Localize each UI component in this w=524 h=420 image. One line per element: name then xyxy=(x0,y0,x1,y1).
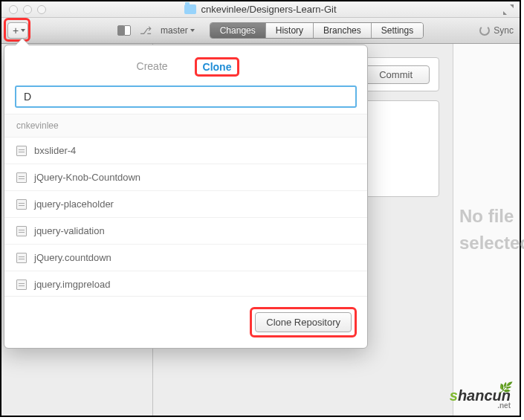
repo-item[interactable]: jQuery-Knob-Countdown xyxy=(4,164,367,191)
window-title: cnkevinlee/Designers-Learn-Git xyxy=(201,4,336,15)
add-repo-button[interactable]: + xyxy=(7,22,28,39)
branch-selector[interactable]: master xyxy=(161,25,195,36)
repo-icon xyxy=(16,280,27,290)
repo-icon xyxy=(16,146,27,156)
fullscreen-icon[interactable] xyxy=(503,4,514,15)
sync-icon xyxy=(479,25,490,36)
repo-list[interactable]: cnkevinlee bxslider-4 jQuery-Knob-Countd… xyxy=(4,114,367,296)
clone-repository-button[interactable]: Clone Repository xyxy=(255,312,352,332)
empty-state-text: No file selected xyxy=(459,203,524,256)
layout-toggle-icon[interactable] xyxy=(117,25,131,36)
toolbar: + ⎇ master Changes History Branches Sett… xyxy=(1,18,520,44)
repo-icon xyxy=(16,172,27,183)
tab-history[interactable]: History xyxy=(266,23,314,38)
repo-icon xyxy=(16,199,27,210)
detail-column: No file selected xyxy=(453,44,520,416)
repo-item[interactable]: jquery.imgpreload xyxy=(4,271,367,296)
clone-tab[interactable]: Clone xyxy=(195,57,240,77)
repo-item[interactable]: bxslider-4 xyxy=(4,138,367,164)
repo-item[interactable]: jquery-placeholder xyxy=(4,191,367,218)
owner-header: cnkevinlee xyxy=(4,114,367,138)
tab-changes[interactable]: Changes xyxy=(210,23,266,38)
repo-search-input[interactable] xyxy=(15,85,357,108)
branch-icon[interactable]: ⎇ xyxy=(140,25,152,36)
watermark: 🌿 shancun .net xyxy=(450,387,511,410)
repo-icon xyxy=(16,226,27,236)
title-bar: cnkevinlee/Designers-Learn-Git xyxy=(1,1,520,18)
repo-item[interactable]: jQuery.countdown xyxy=(4,245,367,271)
folder-icon xyxy=(184,4,196,14)
clone-popover: Create Clone cnkevinlee bxslider-4 jQuer… xyxy=(4,45,368,349)
view-tabs: Changes History Branches Settings xyxy=(210,22,424,39)
commit-button[interactable]: Commit xyxy=(362,65,430,84)
tab-branches[interactable]: Branches xyxy=(314,23,372,38)
popover-tabs: Create Clone xyxy=(4,45,367,85)
sync-button[interactable]: Sync xyxy=(479,25,514,36)
create-tab[interactable]: Create xyxy=(132,57,172,77)
popover-footer: Clone Repository xyxy=(4,296,367,348)
repo-icon xyxy=(16,253,27,263)
repo-item[interactable]: jquery-validation xyxy=(4,218,367,245)
leaf-icon: 🌿 xyxy=(498,381,511,393)
highlight-annotation: Clone Repository xyxy=(250,307,357,337)
app-window: cnkevinlee/Designers-Learn-Git + ⎇ maste… xyxy=(0,0,521,417)
tab-settings[interactable]: Settings xyxy=(372,23,423,38)
